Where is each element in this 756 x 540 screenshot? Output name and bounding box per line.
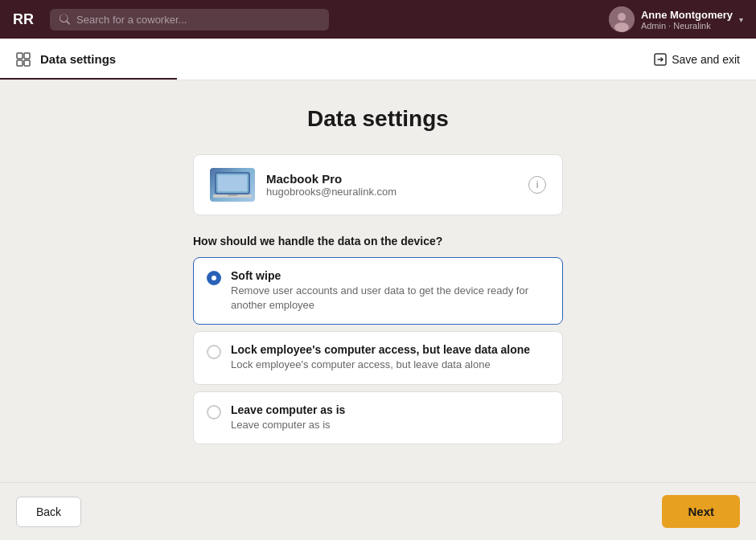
page-breadcrumb: Data settings <box>40 52 116 66</box>
option-desc-leave-as-is: Leave computer as is <box>231 418 549 432</box>
svg-rect-12 <box>228 194 237 196</box>
save-exit-icon <box>654 53 667 66</box>
svg-point-1 <box>618 13 626 21</box>
footer: Back Next <box>0 482 756 540</box>
option-leave-as-is[interactable]: Leave computer as is Leave computer as i… <box>193 391 563 444</box>
radio-lock-access[interactable] <box>207 345 221 359</box>
svg-point-2 <box>614 22 629 32</box>
search-bar[interactable] <box>50 9 329 31</box>
back-button[interactable]: Back <box>16 497 81 527</box>
svg-rect-10 <box>218 175 247 191</box>
option-text-leave-as-is: Leave computer as is Leave computer as i… <box>231 403 549 432</box>
radio-soft-wipe[interactable] <box>207 271 221 285</box>
device-name: Macbook Pro <box>266 172 517 186</box>
main-content: Data settings Macbook Pro hugobrooks@neu… <box>0 80 756 509</box>
device-info: Macbook Pro hugobrooks@neuralink.com <box>266 172 517 198</box>
option-label-leave-as-is: Leave computer as is <box>231 403 549 416</box>
next-button[interactable]: Next <box>662 495 740 528</box>
option-desc-soft-wipe: Remove user accounts and user data to ge… <box>231 284 549 313</box>
option-text-lock-access: Lock employee's computer access, but lea… <box>231 343 549 372</box>
save-exit-label: Save and exit <box>672 53 740 66</box>
radio-leave-as-is[interactable] <box>207 405 221 419</box>
sub-header: Data settings Save and exit <box>0 39 756 80</box>
question-text: How should we handle the data on the dev… <box>193 235 563 248</box>
svg-rect-5 <box>17 60 23 66</box>
svg-rect-3 <box>17 53 23 59</box>
app-logo: RR <box>13 11 34 28</box>
user-text: Anne Montgomery Admin · Neuralink <box>641 9 733 31</box>
options-container: Soft wipe Remove user accounts and user … <box>193 257 563 444</box>
user-info[interactable]: Anne Montgomery Admin · Neuralink ▾ <box>609 6 743 32</box>
svg-rect-4 <box>24 53 30 59</box>
option-text-soft-wipe: Soft wipe Remove user accounts and user … <box>231 269 549 313</box>
top-navigation: RR Anne Montgomery Admin · Neuralink ▾ <box>0 0 756 39</box>
device-image <box>210 168 255 202</box>
save-exit-button[interactable]: Save and exit <box>654 53 740 66</box>
page-title: Data settings <box>307 106 449 132</box>
svg-rect-6 <box>24 60 30 66</box>
option-label-lock-access: Lock employee's computer access, but lea… <box>231 343 549 356</box>
user-name: Anne Montgomery <box>641 9 733 21</box>
breadcrumb-icon <box>16 52 31 67</box>
option-lock-access[interactable]: Lock employee's computer access, but lea… <box>193 331 563 384</box>
device-card: Macbook Pro hugobrooks@neuralink.com i <box>193 154 563 215</box>
device-email: hugobrooks@neuralink.com <box>266 186 517 198</box>
search-icon <box>60 14 70 25</box>
info-icon[interactable]: i <box>528 176 546 194</box>
option-label-soft-wipe: Soft wipe <box>231 269 549 282</box>
search-input[interactable] <box>76 14 319 26</box>
option-soft-wipe[interactable]: Soft wipe Remove user accounts and user … <box>193 257 563 325</box>
avatar <box>609 6 635 32</box>
option-desc-lock-access: Lock employee's computer access, but lea… <box>231 358 549 372</box>
user-role: Admin · Neuralink <box>641 21 733 31</box>
chevron-down-icon: ▾ <box>739 15 743 24</box>
